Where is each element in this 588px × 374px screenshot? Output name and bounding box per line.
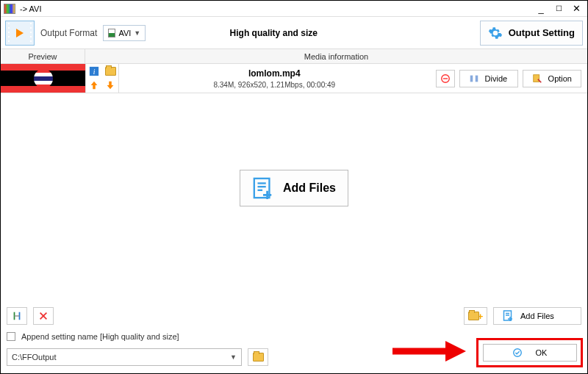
film-icon[interactable] [5, 21, 35, 46]
preview-thumbnail[interactable] [1, 64, 85, 93]
file-meta: 8.34M, 926x520, 1.21Mbps, 00:00:49 [213, 81, 335, 89]
header-preview: Preview [1, 49, 85, 63]
remove-button[interactable] [436, 70, 455, 87]
append-setting-label: Append setting name [High quality and si… [21, 332, 179, 341]
option-button[interactable]: Option [523, 70, 581, 87]
svg-rect-4 [470, 75, 473, 82]
add-files-bottom-button[interactable]: Add Files [493, 307, 581, 325]
append-setting-checkbox[interactable] [7, 332, 15, 341]
svg-text:i: i [93, 67, 96, 75]
move-up-icon[interactable] [86, 79, 102, 93]
close-button[interactable]: ✕ [568, 2, 584, 15]
ok-button[interactable]: OK [483, 344, 577, 362]
window-controls: _ ☐ ✕ [533, 2, 584, 15]
check-circle-icon [512, 348, 523, 358]
divide-button[interactable]: Divide [459, 70, 518, 87]
ok-label: OK [536, 348, 548, 357]
add-files-center-label: Add Files [283, 181, 336, 195]
svg-rect-5 [475, 75, 478, 82]
maximize-button[interactable]: ☐ [551, 2, 567, 15]
info-icon[interactable]: i [86, 64, 102, 79]
move-down-icon[interactable] [102, 79, 118, 93]
add-files-center-button[interactable]: Add Files [240, 170, 348, 206]
merge-button[interactable] [7, 307, 27, 325]
arrow-annotation [392, 341, 466, 362]
output-path-value: C:\FFOutput [12, 353, 57, 362]
divide-label: Divide [485, 74, 508, 83]
add-files-bottom-label: Add Files [520, 312, 554, 320]
file-info: lomlom.mp4 8.34M, 926x520, 1.21Mbps, 00:… [119, 64, 430, 93]
svg-rect-6 [533, 74, 539, 82]
chevron-down-icon: ▼ [230, 353, 237, 361]
add-folder-button[interactable]: + [464, 307, 487, 325]
app-icon [4, 4, 15, 14]
minimize-button[interactable]: _ [533, 2, 549, 15]
ok-highlight-box: OK [476, 338, 583, 367]
file-name: lomlom.mp4 [248, 68, 301, 79]
option-label: Option [548, 74, 572, 83]
divide-icon [469, 73, 479, 84]
file-actions: Divide Option [430, 64, 587, 93]
toolbar: Output Format AVI ▼ High quality and siz… [1, 17, 587, 49]
profile-text: High quality and size [230, 28, 318, 38]
open-folder-icon[interactable] [102, 64, 118, 79]
output-format-select[interactable]: AVI ▼ [103, 25, 146, 41]
add-files-small-icon [503, 310, 514, 322]
delete-all-button[interactable] [33, 307, 54, 325]
titlebar: -> AVI _ ☐ ✕ [1, 1, 587, 17]
output-setting-button[interactable]: Output Setting [480, 21, 583, 46]
row-tools: i [85, 64, 119, 93]
option-icon [532, 73, 542, 84]
add-files-icon [252, 176, 274, 200]
browse-folder-button[interactable] [248, 348, 268, 366]
avi-file-icon [108, 29, 115, 37]
output-path-select[interactable]: C:\FFOutput ▼ [7, 348, 242, 366]
output-format-label: Output Format [40, 28, 97, 38]
gear-icon [488, 26, 503, 40]
thumbnail-image [34, 69, 53, 88]
file-row[interactable]: i lomlom.mp4 8.34M, 926x520, 1.21Mbps, 0… [1, 64, 587, 93]
svg-marker-21 [445, 341, 466, 362]
chevron-down-icon: ▼ [134, 29, 140, 37]
header-media: Media information [85, 49, 587, 63]
column-headers: Preview Media information [1, 49, 587, 64]
window-title: -> AVI [20, 4, 41, 13]
output-format-value: AVI [118, 29, 131, 37]
output-setting-label: Output Setting [509, 27, 575, 38]
